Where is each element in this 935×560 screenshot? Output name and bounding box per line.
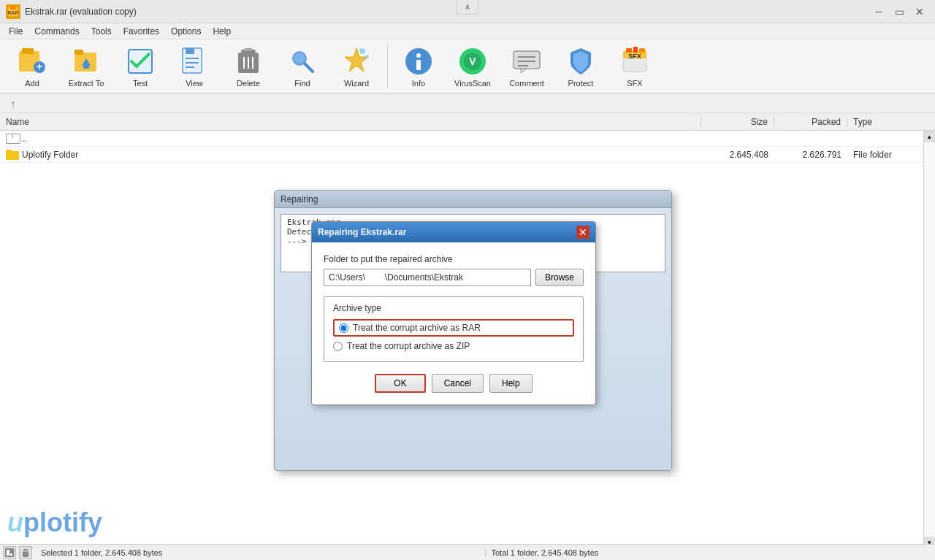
svg-rect-32 — [416, 60, 421, 70]
status-icon — [3, 546, 16, 559]
svg-rect-14 — [186, 48, 194, 54]
toolbar: + Add Extract To Test — [0, 39, 935, 94]
status-left: Selected 1 folder, 2.645.408 bytes — [35, 548, 485, 557]
archive-type-label: Archive type — [333, 303, 574, 313]
toolbar-find-button[interactable]: Find — [276, 42, 329, 91]
watermark: uplotify — [7, 507, 102, 538]
menu-file[interactable]: File — [3, 25, 28, 38]
help-button[interactable]: Help — [489, 374, 533, 393]
toolbar-wizard-button[interactable]: Wizard — [330, 42, 383, 91]
collapse-button[interactable]: ∧ — [457, 0, 478, 15]
svg-point-25 — [294, 53, 305, 64]
svg-rect-9 — [75, 50, 83, 55]
wizard-icon — [340, 45, 373, 77]
table-row[interactable]: .. — [0, 131, 935, 147]
col-type-header: Type — [847, 117, 935, 127]
svg-rect-45 — [633, 47, 638, 53]
file-packed-cell: 2.626.791 — [774, 150, 847, 160]
toolbar-delete-button[interactable]: Delete — [222, 42, 275, 91]
rar-radio[interactable] — [339, 323, 348, 333]
add-button-label: Add — [25, 79, 39, 88]
comment-button-label: Comment — [509, 79, 544, 88]
repairing-dialog: Repairing Ekstrak.rar Detecti... ---> RA… — [274, 190, 672, 471]
file-size-cell: 2.645.408 — [701, 150, 774, 160]
file-name-cell: .. — [0, 134, 701, 144]
zip-radio[interactable] — [333, 342, 343, 351]
info-icon — [402, 45, 435, 77]
svg-marker-40 — [521, 69, 527, 73]
title-controls: ─ ▭ ✕ — [869, 4, 929, 19]
maximize-button[interactable]: ▭ — [890, 4, 909, 19]
protect-icon — [565, 45, 597, 77]
repairing-title-bar: Repairing — [275, 191, 671, 208]
menu-tools[interactable]: Tools — [85, 25, 118, 38]
toolbar-virusscan-button[interactable]: V VirusScan — [446, 42, 499, 91]
col-size-header: Size — [701, 117, 774, 127]
title-bar-left: RAR Ekstrak.rar (evaluation copy) — [6, 4, 137, 19]
file-name-cell: Uplotify Folder — [0, 150, 701, 160]
zip-option-row[interactable]: Treat the corrupt archive as ZIP — [333, 341, 574, 351]
toolbar-test-button[interactable]: Test — [114, 42, 167, 91]
vertical-scrollbar[interactable]: ▴ ▾ — [923, 131, 935, 548]
svg-point-31 — [416, 53, 421, 58]
svg-point-29 — [365, 55, 369, 59]
folder-icon — [6, 134, 19, 144]
title-text: Ekstrak.rar (evaluation copy) — [25, 7, 137, 17]
col-name-header: Name — [0, 117, 701, 127]
repair-inner-dialog: Repairing Ekstrak.rar ✕ Folder to put th… — [311, 221, 596, 405]
scroll-up-button[interactable]: ▴ — [924, 131, 935, 142]
menu-help[interactable]: Help — [207, 25, 237, 38]
close-button[interactable]: ✕ — [910, 4, 929, 19]
svg-text:+: + — [37, 61, 42, 72]
test-icon — [124, 45, 156, 77]
svg-text:RAR: RAR — [7, 10, 18, 15]
info-button-label: Info — [412, 79, 425, 88]
rar-option-row[interactable]: Treat the corrupt archive as RAR — [333, 319, 574, 337]
toolbar-comment-button[interactable]: Comment — [500, 42, 553, 91]
toolbar-info-button[interactable]: Info — [392, 42, 445, 91]
sfx-button-label: SFX — [627, 79, 642, 88]
app-icon: RAR — [6, 4, 20, 19]
toolbar-view-button[interactable]: View — [168, 42, 221, 91]
svg-rect-20 — [244, 48, 253, 51]
add-icon: + — [16, 45, 48, 77]
menu-commands[interactable]: Commands — [28, 25, 85, 38]
svg-rect-44 — [626, 48, 632, 53]
folder-icon — [6, 150, 19, 160]
toolbar-extract-button[interactable]: Extract To — [60, 42, 112, 91]
delete-icon — [232, 45, 264, 77]
menu-options[interactable]: Options — [165, 25, 207, 38]
toolbar-add-button[interactable]: + Add — [6, 42, 58, 91]
menu-favorites[interactable]: Favorites — [118, 25, 165, 38]
col-packed-header: Packed — [774, 117, 847, 127]
table-row[interactable]: Uplotify Folder 2.645.408 2.626.791 File… — [0, 147, 935, 163]
comment-icon — [511, 45, 543, 77]
minimize-button[interactable]: ─ — [869, 4, 888, 19]
folder-path-input[interactable] — [324, 269, 531, 286]
view-icon — [178, 45, 210, 77]
toolbar-separator — [387, 45, 388, 88]
repair-inner-body: Folder to put the repaired archive Brows… — [312, 242, 595, 404]
cancel-button[interactable]: Cancel — [432, 374, 484, 393]
repairing-title-text: Repairing — [280, 194, 318, 204]
browse-button[interactable]: Browse — [535, 269, 584, 286]
svg-line-26 — [305, 64, 313, 72]
folder-row: Browse — [324, 269, 584, 286]
toolbar-protect-button[interactable]: Protect — [554, 42, 607, 91]
column-headers: Name Size Packed Type — [0, 113, 935, 131]
ok-button[interactable]: OK — [375, 374, 425, 393]
up-button[interactable]: ↑ — [6, 96, 20, 111]
svg-point-28 — [359, 48, 365, 54]
protect-button-label: Protect — [568, 79, 594, 88]
svg-rect-11 — [83, 66, 89, 69]
svg-rect-2 — [10, 6, 16, 9]
svg-text:V: V — [469, 55, 476, 67]
zip-option-label: Treat the corrupt archive as ZIP — [347, 341, 470, 351]
toolbar-sfx-button[interactable]: SFX SFX — [608, 42, 661, 91]
repair-close-button[interactable]: ✕ — [576, 226, 589, 239]
virusscan-button-label: VirusScan — [454, 79, 491, 88]
repair-inner-title-bar: Repairing Ekstrak.rar ✕ — [312, 222, 595, 242]
scroll-track-v — [924, 142, 935, 537]
view-button-label: View — [186, 79, 203, 88]
delete-button-label: Delete — [237, 79, 260, 88]
